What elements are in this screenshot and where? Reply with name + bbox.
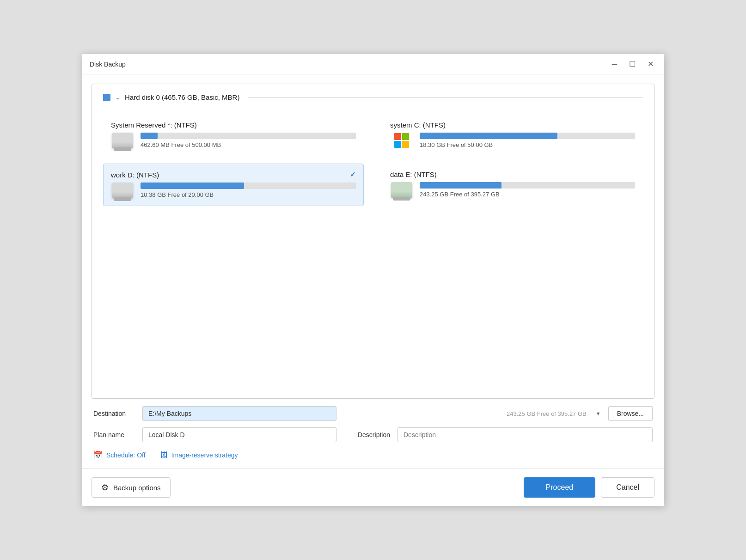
destination-label: Destination <box>93 410 135 417</box>
partition-header-system-reserved: System Reserved *: (NTFS) <box>111 121 356 129</box>
partition-size-data-e: 243.25 GB Free of 395.27 GB <box>420 191 635 198</box>
minimize-button[interactable]: ─ <box>609 60 620 69</box>
partition-size-system-c: 18.30 GB Free of 50.00 GB <box>420 141 635 148</box>
cancel-button[interactable]: Cancel <box>601 477 654 498</box>
plan-name-label: Plan name <box>93 431 135 438</box>
partition-name-work-d: work D: (NTFS) <box>111 171 159 179</box>
hdd-icon-work-d <box>112 183 133 198</box>
partition-card-work-d[interactable]: work D: (NTFS) ✓ 10.38 GB Free of 20.00 … <box>103 164 364 206</box>
partition-header-data-e: data E: (NTFS) <box>390 170 635 178</box>
disk-backup-window: Disk Backup ─ ☐ ✕ ⌄ Hard disk 0 (465.76 … <box>82 54 664 506</box>
disk-title: Hard disk 0 (465.76 GB, Basic, MBR) <box>125 93 239 101</box>
partition-grid: System Reserved *: (NTFS) 462.60 MB Free… <box>103 114 643 206</box>
progress-bg-system-reserved <box>141 133 356 139</box>
gear-icon: ⚙ <box>101 482 109 493</box>
win-quad-1 <box>394 133 401 140</box>
plan-name-row: Plan name Description <box>93 427 653 442</box>
progress-bg-work-d <box>141 183 356 189</box>
disk-title-divider <box>248 97 643 97</box>
partition-name-system-c: system C: (NTFS) <box>390 121 446 129</box>
maximize-button[interactable]: ☐ <box>626 60 638 69</box>
partition-size-system-reserved: 462.60 MB Free of 500.00 MB <box>141 141 356 148</box>
partition-info-work-d: 10.38 GB Free of 20.00 GB <box>141 183 356 198</box>
partition-header-system-c: system C: (NTFS) <box>390 121 635 129</box>
destination-row: Destination 243.25 GB Free of 395.27 GB … <box>93 406 653 421</box>
progress-fill-system-reserved <box>141 133 158 139</box>
partition-row-system-reserved: 462.60 MB Free of 500.00 MB <box>111 132 356 149</box>
proceed-button[interactable]: Proceed <box>524 477 596 498</box>
image-reserve-label: Image-reserve strategy <box>171 451 238 459</box>
partition-row-data-e: 243.25 GB Free of 395.27 GB <box>390 181 635 199</box>
partition-checkmark-work-d: ✓ <box>350 170 356 179</box>
schedule-link[interactable]: 📅 Schedule: Off <box>93 450 146 459</box>
partition-header-work-d: work D: (NTFS) ✓ <box>111 170 356 179</box>
partition-row-work-d: 10.38 GB Free of 20.00 GB <box>111 182 356 199</box>
calendar-icon: 📅 <box>93 450 103 459</box>
drive-icon-system-reserved <box>111 132 134 149</box>
backup-options-label: Backup options <box>113 484 161 492</box>
drive-icon-data-e <box>390 181 413 199</box>
progress-fill-system-c <box>420 133 557 139</box>
partition-card-system-c[interactable]: system C: (NTFS) <box>382 114 643 156</box>
browse-button[interactable]: Browse... <box>608 406 653 421</box>
progress-bg-data-e <box>420 182 635 189</box>
titlebar: Disk Backup ─ ☐ ✕ <box>82 54 664 74</box>
schedule-label: Schedule: Off <box>106 451 146 459</box>
hdd-icon-data-e <box>391 182 412 198</box>
win-quad-2 <box>402 133 409 140</box>
footer: ⚙ Backup options Proceed Cancel <box>82 469 664 506</box>
progress-bg-system-c <box>420 133 635 139</box>
win-quad-3 <box>394 141 401 148</box>
titlebar-controls: ─ ☐ ✕ <box>609 60 656 69</box>
disk-checkbox[interactable] <box>103 94 110 101</box>
partition-name-data-e: data E: (NTFS) <box>390 170 437 178</box>
disk-header: ⌄ Hard disk 0 (465.76 GB, Basic, MBR) <box>103 93 643 101</box>
dropdown-arrow-icon[interactable]: ▼ <box>596 411 601 416</box>
drive-icon-work-d <box>111 182 134 199</box>
disk-panel: ⌄ Hard disk 0 (465.76 GB, Basic, MBR) Sy… <box>92 84 654 399</box>
window-title: Disk Backup <box>90 61 126 68</box>
partition-info-system-c: 18.30 GB Free of 50.00 GB <box>420 133 635 148</box>
partition-size-work-d: 10.38 GB Free of 20.00 GB <box>141 191 356 198</box>
win-quad-4 <box>402 141 409 148</box>
destination-input[interactable] <box>142 406 336 421</box>
description-label: Description <box>344 431 390 438</box>
progress-fill-work-d <box>141 183 244 189</box>
partition-name-system-reserved: System Reserved *: (NTFS) <box>111 121 197 129</box>
disk-chevron-icon[interactable]: ⌄ <box>115 94 120 101</box>
bottom-section: Destination 243.25 GB Free of 395.27 GB … <box>92 406 654 459</box>
drive-icon-system-c <box>390 132 413 149</box>
links-row: 📅 Schedule: Off 🖼 Image-reserve strategy <box>93 450 653 459</box>
image-icon: 🖼 <box>160 451 168 459</box>
partition-info-data-e: 243.25 GB Free of 395.27 GB <box>420 182 635 198</box>
windows-logo-icon <box>394 133 409 148</box>
backup-options-button[interactable]: ⚙ Backup options <box>92 477 171 498</box>
image-reserve-link[interactable]: 🖼 Image-reserve strategy <box>160 451 238 459</box>
partition-card-data-e[interactable]: data E: (NTFS) 243.25 GB Free of 395.27 … <box>382 164 643 206</box>
plan-name-input[interactable] <box>142 427 336 442</box>
destination-free-space: 243.25 GB Free of 395.27 GB <box>344 410 587 417</box>
main-content: ⌄ Hard disk 0 (465.76 GB, Basic, MBR) Sy… <box>82 74 664 469</box>
partition-info-system-reserved: 462.60 MB Free of 500.00 MB <box>141 133 356 148</box>
description-input[interactable] <box>397 427 653 442</box>
close-button[interactable]: ✕ <box>645 60 656 69</box>
hdd-icon-system-reserved <box>112 133 133 148</box>
partition-card-system-reserved[interactable]: System Reserved *: (NTFS) 462.60 MB Free… <box>103 114 364 156</box>
footer-actions: Proceed Cancel <box>524 477 654 498</box>
progress-fill-data-e <box>420 182 501 189</box>
partition-row-system-c: 18.30 GB Free of 50.00 GB <box>390 132 635 149</box>
